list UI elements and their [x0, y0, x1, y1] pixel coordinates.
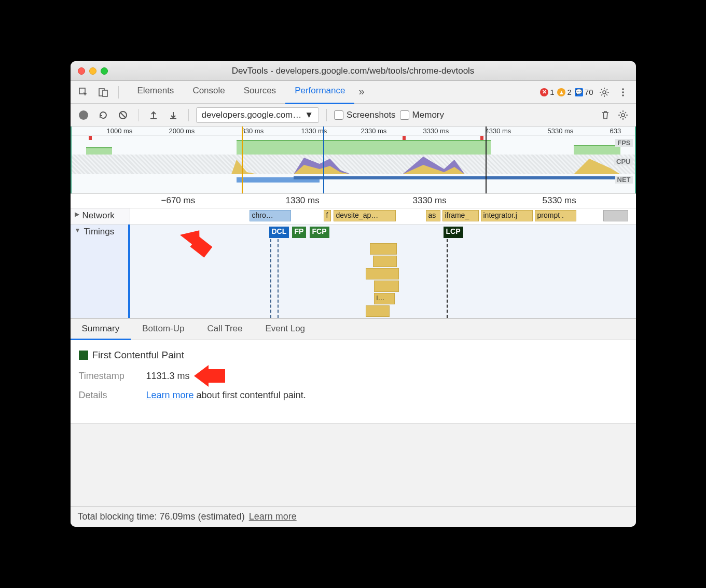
traffic-lights	[78, 67, 108, 75]
timings-track-body: DCL FP FCP LCP l…	[128, 225, 636, 318]
summary-pane: First Contentful Paint Timestamp 1131.3 …	[71, 340, 636, 423]
svg-point-5	[622, 91, 624, 93]
timings-track-header[interactable]: ▼ Timings	[71, 225, 130, 318]
network-request[interactable]: prompt .	[535, 210, 576, 221]
overview-ruler: 1000 ms 2000 ms 330 ms 1330 ms 2330 ms 3…	[71, 127, 636, 136]
task-block[interactable]	[366, 305, 390, 317]
marker-fp[interactable]: FP	[292, 227, 307, 238]
svg-point-6	[622, 94, 624, 96]
summary-title: First Contentful Paint	[79, 349, 628, 361]
marker-fcp[interactable]: FCP	[310, 227, 329, 238]
marker-lcp[interactable]: LCP	[444, 227, 463, 238]
marker-dcl[interactable]: DCL	[269, 227, 289, 238]
warning-count[interactable]: ▲ 2	[557, 88, 571, 96]
network-request[interactable]: chro…	[250, 210, 291, 221]
task-block[interactable]	[370, 243, 397, 255]
fps-block	[574, 145, 620, 155]
tick: −670 ms	[161, 195, 196, 206]
minimize-icon[interactable]	[89, 67, 96, 75]
tab-elements[interactable]: Elements	[128, 80, 184, 104]
details-label: Details	[79, 390, 136, 401]
tab-performance[interactable]: Performance	[285, 80, 354, 104]
fps-label: FPS	[615, 139, 632, 147]
titlebar: DevTools - developers.google.com/web/too…	[71, 61, 636, 81]
close-icon[interactable]	[78, 67, 85, 75]
timings-track-label: Timings	[84, 227, 114, 237]
profile-selector[interactable]: developers.google.com… ▼	[196, 107, 320, 123]
detail-tabs: Summary Bottom-Up Call Tree Event Log	[71, 318, 636, 340]
net-lane: NET	[71, 176, 636, 184]
status-area: ✕ 1 ▲ 2 💬 70	[540, 85, 630, 100]
svg-point-4	[622, 88, 624, 90]
settings-gear-icon[interactable]	[597, 85, 612, 100]
chevron-down-icon: ▼	[75, 227, 81, 234]
window-title: DevTools - developers.google.com/web/too…	[71, 66, 636, 76]
total-blocking-time: Total blocking time: 76.09ms (estimated)	[78, 511, 245, 522]
svg-line-8	[120, 113, 126, 118]
tick: 2330 ms	[361, 127, 387, 135]
dashed-line	[447, 239, 448, 318]
learn-more-link[interactable]: Learn more	[146, 390, 194, 400]
memory-checkbox[interactable]: Memory	[400, 110, 444, 120]
record-button[interactable]	[76, 107, 91, 123]
network-request[interactable]	[603, 210, 628, 221]
svg-rect-2	[103, 90, 107, 96]
marker-line	[323, 127, 324, 193]
info-count[interactable]: 💬 70	[575, 88, 593, 96]
zoom-icon[interactable]	[101, 67, 108, 75]
kebab-menu-icon[interactable]	[615, 85, 631, 100]
main-tabs: Elements Console Sources Performance »	[128, 80, 369, 104]
warning-icon: ▲	[557, 88, 565, 96]
screenshots-checkbox[interactable]: Screenshots	[334, 110, 396, 120]
task-block[interactable]	[373, 256, 397, 267]
tick: 4330 ms	[486, 127, 511, 135]
tbt-learn-more-link[interactable]: Learn more	[249, 511, 297, 522]
tab-sources[interactable]: Sources	[234, 80, 285, 104]
capture-settings-gear-icon[interactable]	[615, 107, 631, 123]
network-request[interactable]: iframe_	[442, 210, 479, 221]
profile-selector-label: developers.google.com…	[202, 110, 302, 120]
network-request[interactable]: as	[426, 210, 440, 221]
task-block[interactable]	[374, 281, 399, 292]
main-tab-bar: Elements Console Sources Performance » ✕…	[71, 81, 636, 104]
annotation-arrow-icon	[205, 369, 225, 383]
memory-label: Memory	[412, 110, 444, 120]
task-block[interactable]	[366, 268, 399, 279]
inspect-element-icon[interactable]	[76, 85, 91, 100]
overview-timeline[interactable]: 1000 ms 2000 ms 330 ms 1330 ms 2330 ms 3…	[71, 127, 636, 194]
timings-track[interactable]: ▼ Timings DCL FP FCP LCP l…	[71, 225, 636, 318]
tab-event-log[interactable]: Event Log	[254, 319, 317, 340]
network-request[interactable]: f	[324, 210, 331, 221]
network-request[interactable]: devsite_ap…	[334, 210, 396, 221]
net-bar	[294, 176, 620, 179]
tab-bottom-up[interactable]: Bottom-Up	[131, 319, 196, 340]
reload-record-icon[interactable]	[95, 107, 111, 123]
dashed-line	[270, 239, 271, 318]
trash-icon[interactable]	[598, 107, 613, 123]
event-color-swatch	[79, 351, 88, 360]
device-toolbar-icon[interactable]	[95, 85, 111, 100]
tab-summary[interactable]: Summary	[71, 319, 131, 340]
network-track-header[interactable]: ▶ Network	[71, 208, 130, 224]
save-profile-icon[interactable]	[165, 107, 181, 123]
devtools-window: DevTools - developers.google.com/web/too…	[71, 61, 636, 527]
screenshots-label: Screenshots	[347, 110, 396, 120]
summary-details-row: Details Learn more about first contentfu…	[79, 390, 628, 401]
load-profile-icon[interactable]	[146, 107, 161, 123]
tick: 3330 ms	[423, 127, 449, 135]
clear-icon[interactable]	[115, 107, 131, 123]
network-track[interactable]: ▶ Network chro… f devsite_ap… as iframe_…	[71, 208, 636, 225]
network-request[interactable]: integrator.j	[481, 210, 533, 221]
cpu-label: CPU	[614, 158, 632, 165]
svg-point-11	[621, 114, 625, 117]
timestamp-label: Timestamp	[79, 371, 136, 382]
error-count[interactable]: ✕ 1	[540, 88, 554, 96]
tab-call-tree[interactable]: Call Tree	[196, 319, 254, 340]
tab-console[interactable]: Console	[183, 80, 234, 104]
task-block[interactable]: l…	[374, 293, 395, 304]
dashed-line	[278, 239, 279, 318]
chevron-right-icon: ▶	[75, 211, 79, 218]
error-icon: ✕	[540, 88, 548, 96]
tab-more[interactable]: »	[354, 80, 368, 104]
checkbox-icon	[400, 110, 409, 120]
